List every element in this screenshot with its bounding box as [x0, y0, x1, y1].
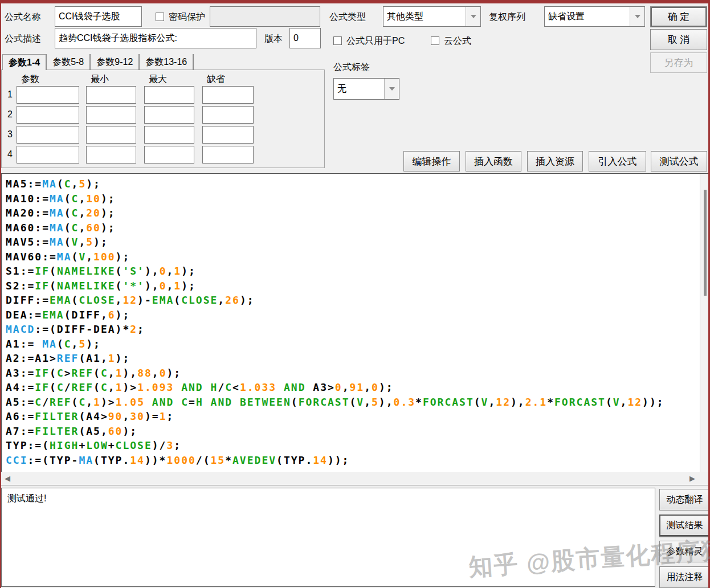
test-result-button[interactable]: 测试结果 [659, 514, 710, 536]
password-protect-checkbox[interactable] [156, 13, 164, 21]
code-token: ( [474, 396, 482, 408]
formula-desc-input[interactable] [55, 28, 256, 48]
version-input[interactable] [289, 28, 321, 48]
code-token: FORCAST [423, 396, 474, 408]
cloud-formula-checkbox[interactable] [431, 36, 439, 45]
param-input-r1c2[interactable] [86, 86, 136, 104]
code-token: 14 [130, 454, 145, 466]
param-input-r4c1[interactable] [17, 146, 79, 164]
code-token: V [79, 251, 86, 263]
test-formula-button[interactable]: 测试公式 [651, 151, 707, 172]
edit-ops-button[interactable]: 编辑操作 [403, 151, 460, 172]
test-result-message: 测试通过! [7, 493, 46, 505]
code-line-16: A5:=C/REF(C,1)>1.05 AND C=H AND BETWEEN(… [6, 395, 696, 410]
code-token: V [357, 396, 364, 408]
code-token: , [86, 251, 93, 263]
code-token: AND [152, 396, 174, 408]
param-row-number: 4 [7, 149, 17, 160]
pc-only-checkbox[interactable] [333, 36, 342, 45]
code-token: * [225, 454, 232, 466]
scroll-right-icon[interactable]: ▶ [689, 474, 695, 483]
formula-name-label: 公式名称 [5, 11, 41, 23]
param-input-r2c3[interactable] [144, 106, 194, 124]
code-token: ( [64, 207, 72, 219]
code-token: MA [50, 207, 64, 219]
code-token: AND [211, 396, 233, 408]
code-line-11: MACD:=(DIFF-DEA)*2; [6, 322, 696, 337]
adjust-series-dropdown-button[interactable] [630, 7, 644, 26]
tab-params-2[interactable]: 参数5-8 [47, 54, 91, 70]
code-line-2: MA10:=MA(C,10); [6, 191, 696, 206]
code-token: , [488, 396, 496, 408]
horizontal-scrollbar[interactable]: ◀ ▶ [1, 472, 710, 485]
code-token: 12 [496, 396, 511, 408]
code-editor[interactable]: MA5:=MA(C,5);MA10:=MA(C,10);MA20:=MA(C,2… [1, 173, 710, 472]
formula-type-dropdown[interactable]: 其他类型 [383, 6, 481, 27]
chevron-down-icon [471, 15, 476, 18]
code-token: C [64, 178, 72, 190]
adjust-series-dropdown[interactable]: 缺省设置 [544, 6, 645, 27]
param-input-r2c2[interactable] [86, 106, 136, 124]
code-token: 20 [86, 207, 101, 219]
scroll-left-icon[interactable]: ◀ [5, 474, 10, 483]
code-token: ( [174, 294, 181, 306]
vertical-scrollbar-thumb[interactable] [704, 190, 707, 296]
code-token: FORCAST [554, 396, 606, 408]
param-input-r4c3[interactable] [144, 146, 194, 164]
formula-tag-dropdown-button[interactable] [384, 79, 399, 99]
code-token [145, 396, 152, 408]
code-token [174, 396, 181, 408]
code-token: MAV5:= [6, 236, 50, 248]
code-token: MA [50, 222, 64, 234]
param-input-r1c4[interactable] [202, 86, 254, 104]
import-formula-button[interactable]: 引入公式 [589, 151, 646, 172]
dynamic-translate-button[interactable]: 动态翻译 [659, 489, 710, 511]
ok-button[interactable]: 确 定 [650, 6, 707, 27]
code-token: A2:=A1> [6, 352, 57, 364]
code-token: )- [137, 294, 152, 306]
code-token: , [79, 193, 86, 205]
code-token: )); [328, 454, 350, 466]
param-input-r3c3[interactable] [144, 126, 194, 144]
insert-resource-button[interactable]: 插入资源 [527, 151, 583, 172]
code-token: 12 [123, 294, 137, 306]
code-token: C [79, 396, 86, 408]
code-token: '*' [123, 280, 145, 292]
formula-type-dropdown-button[interactable] [466, 7, 480, 26]
code-token: ; [174, 439, 181, 451]
param-input-r3c1[interactable] [17, 126, 79, 144]
chevron-down-icon [635, 15, 640, 18]
tab-params-4[interactable]: 参数13-16 [140, 54, 194, 70]
param-input-r4c2[interactable] [86, 146, 136, 164]
insert-function-button[interactable]: 插入函数 [466, 151, 521, 172]
code-token: + [79, 439, 86, 451]
param-input-r4c4[interactable] [202, 146, 254, 164]
code-token: 1 [174, 280, 181, 292]
code-token: :=(TYP- [28, 454, 79, 466]
param-input-r1c1[interactable] [17, 86, 79, 104]
tab-params-1[interactable]: 参数1-4 [2, 54, 47, 70]
param-input-r3c4[interactable] [202, 126, 254, 144]
param-input-r2c1[interactable] [17, 106, 79, 124]
code-token: H [196, 396, 203, 408]
param-input-r3c2[interactable] [86, 126, 136, 144]
cancel-button[interactable]: 取 消 [650, 29, 707, 50]
code-token: , [364, 396, 372, 408]
code-token: (TYP. [276, 454, 313, 466]
formula-tag-dropdown[interactable]: 无 [333, 78, 399, 100]
param-col-header: 最大 [149, 74, 167, 85]
code-token: REF [72, 381, 94, 393]
pc-only-label: 公式只用于PC [346, 35, 405, 47]
code-line-9: DIFF:=EMA(CLOSE,12)-EMA(CLOSE,26); [6, 293, 696, 308]
formula-tag-label: 公式标签 [333, 62, 370, 74]
tab-params-3[interactable]: 参数9-12 [91, 54, 140, 70]
param-wizard-button[interactable]: 参数精灵 [659, 541, 710, 562]
code-token: NAMELIKE [57, 280, 116, 292]
formula-name-input[interactable] [55, 6, 142, 27]
usage-notes-button[interactable]: 用法注释 [659, 566, 710, 588]
code-line-5: MAV5:=MA(V,5); [6, 235, 696, 250]
code-token: 0 [160, 265, 167, 277]
param-input-r2c4[interactable] [202, 106, 254, 124]
code-token: MA [79, 454, 93, 466]
param-input-r1c3[interactable] [144, 86, 194, 104]
